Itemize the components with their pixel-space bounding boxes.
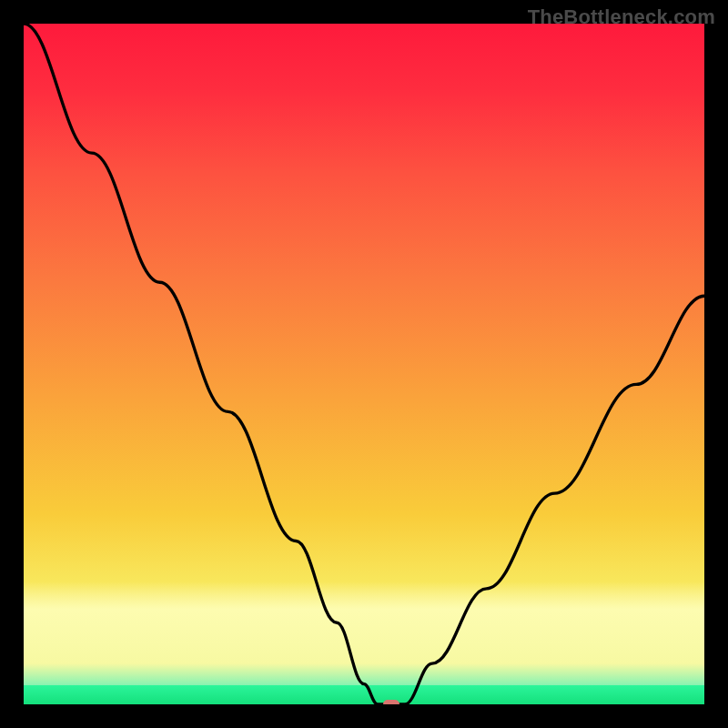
plot-area: [24, 24, 704, 704]
bottleneck-curve-path: [24, 24, 704, 704]
bottleneck-curve-svg: [24, 24, 704, 704]
chart-frame: TheBottleneck.com: [0, 0, 728, 728]
watermark-text: TheBottleneck.com: [528, 5, 715, 29]
optimum-marker: [383, 700, 399, 704]
